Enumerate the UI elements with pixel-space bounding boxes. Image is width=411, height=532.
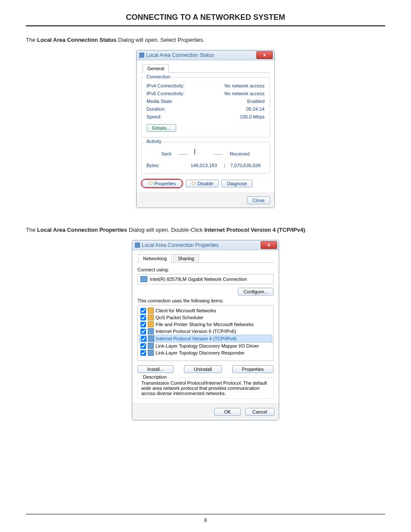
properties-button[interactable]: 🛡 Properties <box>143 180 181 187</box>
media-label: Media State: <box>146 99 173 104</box>
connection-fieldset: Connection IPv4 Connectivity:No network … <box>141 77 270 137</box>
paragraph-1: The Local Area Connection Status Dialog … <box>26 37 385 43</box>
list-item-selected[interactable]: Internet Protocol Version 4 (TCP/IPv4) <box>139 335 272 342</box>
service-icon <box>148 314 154 320</box>
disable-button[interactable]: 🛡 Disable <box>186 180 219 187</box>
network-icon <box>139 53 144 58</box>
items-label: This connection uses the following items… <box>137 298 274 303</box>
list-item[interactable]: Client for Microsoft Networks <box>139 307 272 314</box>
protocol-icon <box>148 350 154 356</box>
items-listbox[interactable]: Client for Microsoft Networks QoS Packet… <box>137 305 274 361</box>
close-icon[interactable]: x <box>261 241 277 249</box>
install-button[interactable]: Install... <box>137 365 174 373</box>
ok-button[interactable]: OK <box>214 408 241 416</box>
media-value: Enabled <box>247 99 265 104</box>
protocol-icon <box>148 336 154 342</box>
adapter-name: Intel(R) 82579LM Gigabit Network Connect… <box>150 277 247 282</box>
protocol-icon <box>148 343 154 349</box>
description-fieldset: Description Transmission Control Protoco… <box>137 377 274 399</box>
item-properties-button[interactable]: Properties <box>232 365 274 373</box>
item-checkbox[interactable] <box>140 350 146 356</box>
item-checkbox[interactable] <box>140 343 146 349</box>
ipv4-label: IPv4 Connectivity: <box>146 83 184 88</box>
activity-fieldset: Activity Sent —— —— Received Bytes: 146,… <box>141 142 270 174</box>
item-checkbox[interactable] <box>140 322 146 327</box>
item-checkbox[interactable] <box>140 308 146 314</box>
network-icon <box>135 243 140 248</box>
duration-label: Duration: <box>146 106 166 112</box>
paragraph-2: The Local Area Connection Properties Dia… <box>26 227 385 233</box>
adapter-field: Intel(R) 82579LM Gigabit Network Connect… <box>137 274 274 284</box>
description-text: Transmission Control Protocol/Internet P… <box>141 380 270 396</box>
tab-sharing[interactable]: Sharing <box>173 254 199 263</box>
activity-legend: Activity <box>145 139 163 144</box>
item-checkbox[interactable] <box>140 315 146 320</box>
status-title-text: Local Area Connection Status <box>146 52 214 58</box>
service-icon <box>148 308 154 314</box>
list-item[interactable]: File and Printer Sharing for Microsoft N… <box>139 321 272 328</box>
details-button[interactable]: Details... <box>146 124 176 132</box>
cancel-button[interactable]: Cancel <box>245 408 274 416</box>
tab-general[interactable]: General <box>143 64 169 73</box>
uninstall-button[interactable]: Uninstall <box>184 365 222 373</box>
received-label: Received <box>230 151 249 156</box>
list-item[interactable]: Internet Protocol Version 6 (TCP/IPv6) <box>139 328 272 335</box>
item-checkbox[interactable] <box>141 336 146 342</box>
connection-legend: Connection <box>145 74 172 79</box>
tab-networking[interactable]: Networking <box>138 254 171 263</box>
list-item[interactable]: QoS Packet Scheduler <box>139 314 272 321</box>
list-item[interactable]: Link-Layer Topology Discovery Mapper I/O… <box>139 342 272 349</box>
list-item[interactable]: Link-Layer Topology Discovery Responder <box>139 349 272 356</box>
ipv6-value: No network access <box>224 91 265 96</box>
properties-dialog: Local Area Connection Properties x Netwo… <box>132 240 279 420</box>
title-divider <box>26 25 385 26</box>
service-icon <box>148 321 154 327</box>
diagnose-button[interactable]: Diagnose <box>221 180 252 187</box>
connect-using-label: Connect using: <box>137 267 274 272</box>
bytes-sent-value: 146,013,183 <box>185 163 223 168</box>
properties-title-text: Local Area Connection Properties <box>142 242 219 248</box>
activity-icon <box>194 149 206 159</box>
ipv4-value: No network access <box>224 83 265 88</box>
item-checkbox[interactable] <box>140 329 146 334</box>
protocol-icon <box>148 328 154 334</box>
speed-label: Speed: <box>146 114 162 119</box>
sent-label: Sent <box>162 151 171 156</box>
page-footer: 8 <box>26 514 385 523</box>
ipv6-label: IPv6 Connectivity: <box>146 91 184 96</box>
status-titlebar: Local Area Connection Status x <box>137 50 274 60</box>
close-icon[interactable]: x <box>256 51 273 59</box>
speed-value: 100.0 Mbps <box>240 114 265 119</box>
properties-titlebar: Local Area Connection Properties x <box>132 240 279 250</box>
close-button[interactable]: Close <box>247 196 270 204</box>
page-title: CONNECTING TO A NETWORKED SYSTEM <box>26 13 385 22</box>
bytes-label: Bytes: <box>146 163 185 168</box>
page-number: 8 <box>204 517 207 523</box>
status-dialog: Local Area Connection Status x General C… <box>136 50 275 208</box>
duration-value: 05:24:14 <box>246 106 265 112</box>
description-legend: Description <box>141 374 168 380</box>
highlight-annotation: 🛡 Properties <box>141 179 183 188</box>
configure-button[interactable]: Configure... <box>238 288 274 296</box>
nic-icon <box>140 276 147 282</box>
bytes-received-value: 7,070,635,039 <box>226 163 265 168</box>
